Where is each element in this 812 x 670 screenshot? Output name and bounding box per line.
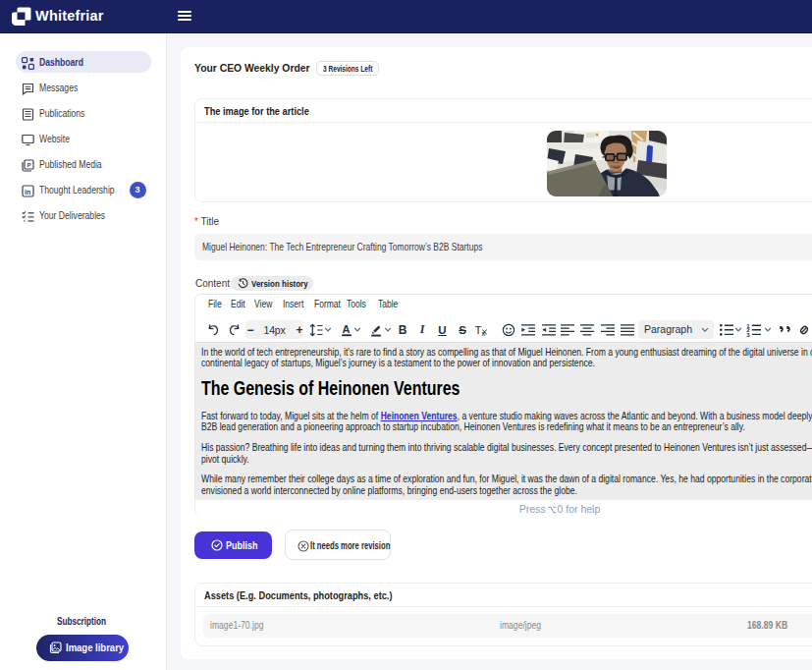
svg-text:T: T	[475, 323, 482, 335]
svg-text:A: A	[342, 322, 350, 334]
svg-text:P: P	[27, 162, 31, 168]
svg-text:3: 3	[746, 332, 750, 338]
svg-text:in: in	[25, 188, 30, 195]
